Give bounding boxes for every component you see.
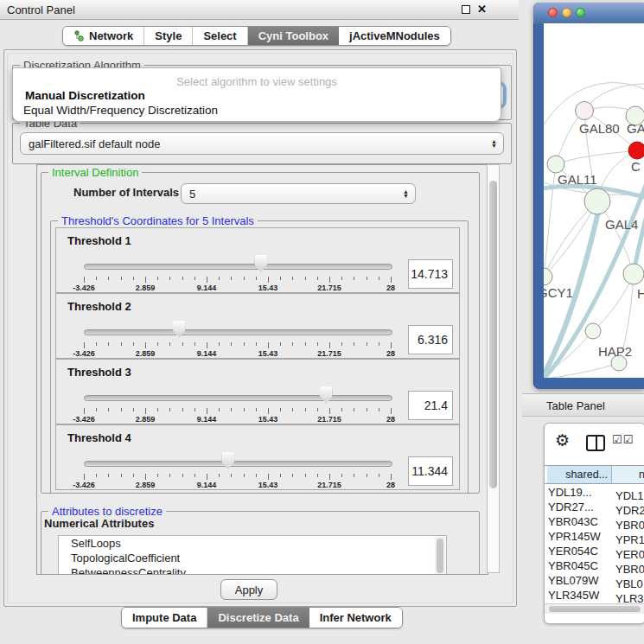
tab-cyni-toolbox[interactable]: Cyni Toolbox xyxy=(248,27,339,45)
minimize-light-icon[interactable] xyxy=(562,8,571,17)
tick-mark xyxy=(256,474,257,477)
settings-vertical-scrollbar[interactable] xyxy=(487,164,500,573)
tick-mark xyxy=(231,342,232,346)
apply-button[interactable]: Apply xyxy=(220,579,277,600)
table-row[interactable]: YBL079WYBL0 xyxy=(545,573,644,588)
tab-infer-network[interactable]: Infer Network xyxy=(309,608,402,628)
table-row[interactable]: YDR27...YDR2 xyxy=(545,500,644,514)
tab-discretize-data[interactable]: Discretize Data xyxy=(207,608,309,628)
tab-style[interactable]: Style xyxy=(144,27,193,45)
slider-thumb[interactable] xyxy=(173,321,186,338)
network-canvas[interactable]: GAL80 GA C GAL11 GAL4 GCY1 H HAP2 xyxy=(544,23,644,378)
columns-icon[interactable] xyxy=(586,435,605,451)
scrollbar-thumb[interactable] xyxy=(437,539,443,573)
tick-mark xyxy=(219,474,220,477)
tab-select[interactable]: Select xyxy=(193,27,247,45)
tick-mark xyxy=(280,474,281,477)
threshold-value-field[interactable]: 6.316 xyxy=(408,325,453,354)
scrollbar-thumb[interactable] xyxy=(489,181,497,488)
column-header-name[interactable]: n xyxy=(612,466,644,483)
tick-mark xyxy=(341,408,342,411)
tab-impute-data[interactable]: Impute Data xyxy=(122,608,207,628)
control-panel-titlebar: Control Panel ✕ xyxy=(0,0,519,20)
list-item-topologicalcoefficient[interactable]: TopologicalCoefficient xyxy=(59,551,446,565)
interval-definition-group-title: Interval Definition xyxy=(48,167,142,178)
tick-mark xyxy=(317,342,318,346)
table-panel-window: ⚙ ☑☑ shared... n YDL19...YDL1 YDR27...YD… xyxy=(544,423,644,624)
tab-label: Cyni Toolbox xyxy=(258,29,328,42)
tick-mark xyxy=(280,408,281,411)
tick-mark xyxy=(182,342,183,346)
table-row[interactable]: YDL19...YDL1 xyxy=(545,485,644,500)
list-item-betweennesscentrality[interactable]: BetweennessCentrality xyxy=(59,565,446,575)
tick-mark xyxy=(256,408,257,411)
table-row[interactable]: YBR045CYBR0 xyxy=(545,558,644,573)
slider-tick-labels: -3.4262.8599.14415.4321.71528 xyxy=(84,284,391,292)
select-columns-checkboxes-icon[interactable]: ☑☑ xyxy=(612,433,634,446)
tick-mark xyxy=(108,342,109,346)
column-header-shared-name[interactable]: shared... xyxy=(547,466,612,483)
threshold-row-3: Threshold 3 -3.4262.8599.14415.4321.7152… xyxy=(55,359,460,424)
tick-mark xyxy=(367,342,367,346)
network-node-hap2[interactable] xyxy=(585,323,601,339)
tick-mark xyxy=(268,277,269,283)
zoom-light-icon[interactable] xyxy=(576,8,585,17)
float-window-icon[interactable] xyxy=(462,5,470,14)
number-of-intervals-value: 5 xyxy=(182,188,195,201)
close-light-icon[interactable] xyxy=(548,8,558,17)
network-node[interactable] xyxy=(623,264,644,284)
tick-mark xyxy=(133,342,134,346)
network-node-gal80[interactable] xyxy=(576,102,594,120)
number-of-intervals-combobox[interactable]: 5 ▲▼ xyxy=(181,183,416,204)
threshold-value-field[interactable]: 14.713 xyxy=(408,259,453,289)
network-node-gal11[interactable] xyxy=(547,156,564,173)
network-node-gcy1[interactable] xyxy=(544,268,552,285)
table-row[interactable]: YLR345WYLR3 xyxy=(545,588,644,603)
threshold-label: Threshold 1 xyxy=(67,234,131,247)
slider-tick-labels: -3.4262.8599.14415.4321.71528 xyxy=(84,415,391,424)
threshold-value-field[interactable]: 11.344 xyxy=(408,456,453,486)
slider-thumb[interactable] xyxy=(254,255,267,272)
network-icon xyxy=(73,30,85,41)
tab-jactivemnodules[interactable]: jActiveMNodules xyxy=(339,27,450,45)
table-row[interactable]: YBR043CYBR0 xyxy=(545,514,644,529)
threshold-value-field[interactable]: 21.4 xyxy=(408,391,453,420)
threshold-row-2: Threshold 2 -3.4262.8599.14415.4321.7152… xyxy=(55,293,460,359)
gear-icon[interactable]: ⚙ xyxy=(555,430,570,450)
tick-mark xyxy=(391,342,392,348)
numerical-attributes-list[interactable]: SelfLoops TopologicalCoefficient Between… xyxy=(58,535,447,575)
close-icon[interactable]: ✕ xyxy=(477,3,487,16)
slider-thumb[interactable] xyxy=(221,452,234,469)
tick-mark xyxy=(182,408,183,411)
control-panel-tabs: Network Style Select Cyni Toolbox jActiv… xyxy=(62,26,451,46)
scrollbar-thumb[interactable] xyxy=(549,606,641,612)
tick-mark xyxy=(194,342,195,346)
tick-mark xyxy=(379,474,379,477)
tick-mark xyxy=(169,408,170,411)
tick-mark xyxy=(194,474,195,477)
tick-mark xyxy=(207,277,207,283)
tab-network[interactable]: Network xyxy=(63,27,144,45)
tick-label: 9.144 xyxy=(197,481,217,489)
list-item-selfloops[interactable]: SelfLoops xyxy=(59,536,446,551)
tick-mark xyxy=(145,277,146,283)
tick-mark xyxy=(391,277,392,283)
slider-thumb[interactable] xyxy=(320,386,333,404)
network-node-gal4[interactable] xyxy=(584,188,610,214)
table-row[interactable]: YER054CYER0 xyxy=(545,544,644,558)
spinner-arrows-icon: ▲▼ xyxy=(403,189,415,198)
tick-mark xyxy=(231,408,232,411)
table-row[interactable]: YPR145WYPR1 xyxy=(545,529,644,544)
tick-mark xyxy=(329,277,330,283)
dropdown-option-manual-discretization[interactable]: Manual Discretization xyxy=(25,89,145,102)
tick-mark xyxy=(182,277,183,280)
dropdown-option-equal-width-frequency[interactable]: Equal Width/Frequency Discretization xyxy=(23,104,218,117)
tick-mark xyxy=(194,277,195,280)
table-data-combobox[interactable]: galFiltered.sif default node ▲▼ xyxy=(20,132,504,155)
network-node-selected-red[interactable] xyxy=(628,142,644,159)
list-scrollbar[interactable] xyxy=(435,537,445,575)
tab-label: Impute Data xyxy=(132,611,196,624)
table-horizontal-scrollbar[interactable] xyxy=(545,603,644,614)
tab-label: Select xyxy=(203,29,236,42)
network-window-titlebar[interactable] xyxy=(533,3,644,24)
